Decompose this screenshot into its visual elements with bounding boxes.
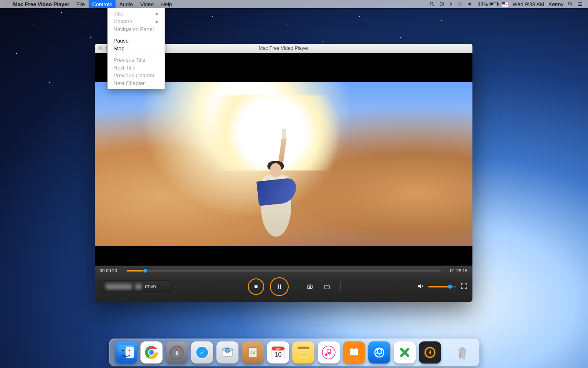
app-name[interactable]: Mac Free Video Player: [10, 1, 73, 7]
close-button[interactable]: [98, 46, 102, 50]
menu-controls[interactable]: Controls: [89, 0, 116, 8]
fullscreen-button[interactable]: [460, 283, 468, 291]
dd-label: Next Chapter: [114, 80, 145, 86]
pause-button[interactable]: [270, 277, 289, 296]
dd-stop[interactable]: Stop: [108, 45, 165, 52]
menu-help[interactable]: Help: [157, 0, 176, 8]
svg-text:JAN: JAN: [276, 348, 280, 350]
timemachine-icon[interactable]: [439, 1, 445, 7]
sun-glow: [185, 95, 359, 171]
battery-indicator[interactable]: 33%: [477, 1, 498, 7]
dd-next-chapter[interactable]: Next Chapter: [108, 79, 165, 87]
dd-label: Navigation Panel: [114, 26, 154, 32]
svg-point-18: [129, 350, 130, 351]
svg-line-5: [571, 5, 572, 6]
menubar: Mac Free Video Player File Controls Audi…: [0, 0, 588, 8]
timeline-row: 00:00:20 01:26:16: [95, 266, 472, 275]
filename-obscured: X: [135, 284, 142, 289]
svg-point-13: [309, 286, 311, 288]
magnify-icon[interactable]: [429, 1, 435, 7]
dock-launchpad[interactable]: [166, 341, 188, 364]
notification-center-icon[interactable]: [577, 1, 583, 7]
dock-itunes[interactable]: [318, 341, 340, 364]
svg-rect-51: [461, 347, 464, 349]
dd-previous-title[interactable]: Previous Title: [108, 56, 165, 64]
battery-percent: 33%: [477, 1, 488, 7]
dock-separator: [446, 344, 446, 364]
progress-fill: [127, 270, 145, 272]
svg-text:@: @: [250, 350, 255, 356]
svg-point-0: [430, 2, 433, 5]
input-source-flag-icon[interactable]: [502, 2, 508, 7]
dd-title[interactable]: Title▶: [108, 10, 165, 18]
spotlight-icon[interactable]: [568, 1, 573, 7]
dd-label: Stop: [114, 45, 125, 52]
dd-previous-chapter[interactable]: Previous Chapter: [108, 72, 165, 79]
dock-trash[interactable]: [451, 341, 473, 364]
dd-pause[interactable]: Pause: [108, 37, 165, 45]
dd-label: Previous Title: [114, 57, 145, 63]
volume-knob[interactable]: [448, 285, 452, 289]
volume-fill: [428, 286, 450, 287]
volume-slider[interactable]: [428, 286, 456, 287]
dd-label: Title: [114, 11, 123, 17]
filename-obscured: XXXXXXX: [106, 284, 132, 289]
svg-rect-9: [255, 285, 258, 288]
svg-point-4: [568, 2, 571, 5]
dock-chrome[interactable]: [140, 341, 163, 364]
dock-calendar[interactable]: JAN10: [267, 341, 289, 364]
dock-mail[interactable]: @: [216, 341, 238, 364]
dd-chapter[interactable]: Chapter▶: [108, 18, 165, 25]
dd-label: Chapter: [114, 18, 132, 25]
clock[interactable]: Wed 9:38 AM: [512, 1, 544, 7]
bluetooth-icon[interactable]: [449, 1, 453, 7]
video-frame: [95, 82, 472, 246]
dd-separator: [108, 35, 165, 35]
progress-track[interactable]: [127, 270, 441, 272]
dock-ibooks[interactable]: [343, 341, 365, 364]
window-title: Mac Free Video Player: [259, 45, 309, 51]
snapshot-button[interactable]: [304, 282, 316, 291]
time-total: 01:26:16: [445, 268, 468, 273]
dock: @ @ JAN10: [109, 339, 479, 366]
file-ext: rmvb: [145, 284, 156, 289]
dock-green-x[interactable]: [394, 341, 416, 364]
svg-rect-10: [278, 285, 279, 289]
columbia-figure: [258, 161, 294, 234]
svg-line-1: [433, 5, 434, 6]
user-name[interactable]: Kenny: [548, 1, 564, 7]
svg-point-3: [460, 6, 461, 6]
svg-point-17: [122, 350, 124, 351]
dock-appstore[interactable]: [368, 341, 390, 364]
dock-safari[interactable]: [191, 341, 213, 364]
menu-video[interactable]: Video: [136, 0, 157, 8]
dock-video-player[interactable]: [419, 341, 441, 364]
dd-navigation-panel[interactable]: Navigation Panel: [108, 25, 165, 33]
player-controls: 00:00:20 01:26:16 XXXXXXX X rmvb: [95, 265, 472, 302]
dd-next-title[interactable]: Next Title: [108, 64, 165, 72]
chevron-right-icon: ▶: [156, 19, 159, 24]
menubar-status: 33% Wed 9:38 AM Kenny: [429, 1, 585, 7]
dock-contacts[interactable]: @: [242, 341, 264, 364]
svg-rect-12: [307, 285, 312, 289]
open-folder-button[interactable]: [321, 282, 333, 291]
progress-knob[interactable]: [143, 269, 147, 273]
volume-icon[interactable]: [468, 1, 473, 7]
file-pill[interactable]: XXXXXXX X rmvb: [100, 280, 173, 293]
dock-notes[interactable]: [292, 341, 314, 364]
wifi-icon[interactable]: [457, 2, 463, 7]
volume-icon[interactable]: [417, 283, 424, 291]
divider: [340, 282, 341, 291]
stop-button[interactable]: [248, 278, 264, 295]
menu-file[interactable]: File: [73, 0, 89, 8]
controls-dropdown: Title▶ Chapter▶ Navigation Panel Pause S…: [107, 8, 165, 89]
time-current: 00:00:20: [100, 268, 122, 273]
menu-audio[interactable]: Audio: [116, 0, 136, 8]
dd-label: Next Title: [114, 65, 136, 71]
svg-text:@: @: [226, 349, 229, 352]
dock-wrap: @ @ JAN10: [0, 339, 588, 366]
svg-rect-38: [297, 347, 309, 349]
dd-label: Previous Chapter: [114, 72, 154, 79]
dock-finder[interactable]: [115, 341, 137, 364]
svg-rect-11: [280, 285, 281, 289]
